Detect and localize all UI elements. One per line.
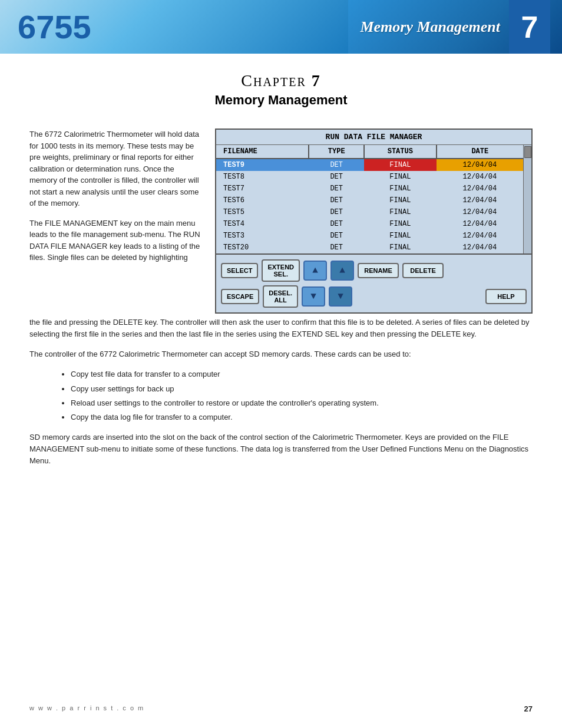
cell-filename: TEST4 [216,218,309,230]
footer-url: w w w . p a r r i n s t . c o m [29,704,144,713]
table-row[interactable]: TEST9DETFINAL12/04/04 [216,159,523,171]
col-status: STATUS [364,145,437,159]
chapter-word: C [241,71,253,90]
cell-type: DET [309,159,364,171]
file-manager-table-area: FILENAME TYPE STATUS DATE TEST9DETFINAL1… [216,145,523,253]
cell-status: FINAL [364,218,437,230]
cell-status: FINAL [364,242,437,253]
cell-date: 12/04/04 [437,159,523,171]
col-date: DATE [437,145,523,159]
cell-type: DET [309,242,364,253]
col-filename: FILENAME [216,145,309,159]
arrow-up-fast-button[interactable]: ▲ [330,261,354,281]
cell-filename: TEST9 [216,159,309,171]
file-manager-panel: RUN DATA FILE MANAGER FILENAME TYPE STAT… [215,129,533,314]
cell-date: 12/04/04 [437,206,523,218]
rename-button[interactable]: RENAME [358,263,399,278]
cell-status: FINAL [364,171,437,183]
footer-page-number: 27 [524,704,533,713]
intro-paragraph-1: The 6772 Calorimetric Thermometer will h… [29,129,200,209]
chapter-subtitle: Memory Management [0,93,562,108]
button-row-2: ESCAPE DESEL.ALL ▼ ▼ HELP [221,285,527,308]
cell-date: 12/04/04 [437,171,523,183]
cell-date: 12/04/04 [437,195,523,206]
cell-type: DET [309,206,364,218]
cell-status: FINAL [364,183,437,195]
header-right-area: Memory Management 7 [348,0,562,54]
cell-filename: TEST20 [216,242,309,253]
file-manager-scrollbar[interactable] [523,145,531,253]
cell-type: DET [309,195,364,206]
cell-date: 12/04/04 [437,230,523,242]
table-row[interactable]: TEST20DETFINAL12/04/04 [216,242,523,253]
main-content-area: The 6772 Calorimetric Thermometer will h… [0,117,562,314]
cell-date: 12/04/04 [437,218,523,230]
cell-filename: TEST3 [216,230,309,242]
table-header-row: FILENAME TYPE STATUS DATE [216,145,523,159]
list-item: Copy the data log file for transfer to a… [71,411,533,423]
cell-filename: TEST8 [216,171,309,183]
chapter-number-badge: 7 [509,0,550,54]
table-row[interactable]: TEST4DETFINAL12/04/04 [216,218,523,230]
intro-text-column: The 6772 Calorimetric Thermometer will h… [29,129,200,314]
header-logo-area: 6755 [0,0,348,54]
table-row[interactable]: TEST6DETFINAL12/04/04 [216,195,523,206]
file-manager-buttons: SELECT EXTENDSEL. ▲ ▲ RENAME DELETE ESCA… [216,253,531,312]
cell-type: DET [309,218,364,230]
chapter-num: 7 [312,71,321,90]
bullet-list: Copy test file data for transfer to a co… [71,368,533,423]
chapter-heading: CHAPTER 7 Memory Management [0,54,562,117]
arrow-down-button[interactable]: ▼ [302,286,325,307]
page-header: 6755 Memory Management 7 [0,0,562,54]
intro-paragraph-2: The FILE MANAGEMENT key on the main menu… [29,218,200,263]
desel-all-button[interactable]: DESEL.ALL [263,285,298,308]
delete-button[interactable]: DELETE [402,263,444,278]
cell-status: FINAL [364,195,437,206]
cell-type: DET [309,171,364,183]
table-row[interactable]: TEST5DETFINAL12/04/04 [216,206,523,218]
chapter-label: CHAPTER 7 [0,71,562,90]
arrow-down-fast-button[interactable]: ▼ [329,286,352,307]
page-footer: w w w . p a r r i n s t . c o m 27 [0,704,562,713]
body-paragraph-3: SD memory cards are inserted into the sl… [29,431,533,467]
body-paragraph-2: The controller of the 6772 Calorimetric … [29,348,533,360]
logo-text: 6755 [18,8,91,46]
cell-filename: TEST6 [216,195,309,206]
table-row[interactable]: TEST3DETFINAL12/04/04 [216,230,523,242]
button-row-1: SELECT EXTENDSEL. ▲ ▲ RENAME DELETE [221,259,527,282]
list-item: Reload user settings to the controller t… [71,397,533,409]
escape-button[interactable]: ESCAPE [221,289,259,304]
help-button[interactable]: HELP [485,289,527,304]
body-paragraph-1: the file and pressing the DELETE key. Th… [29,317,533,340]
scroll-thumb[interactable] [524,146,531,158]
list-item: Copy user settings for back up [71,383,533,395]
chapter-word-rest: HAPTER [253,75,306,88]
extend-sel-button[interactable]: EXTENDSEL. [262,259,300,282]
table-row[interactable]: TEST7DETFINAL12/04/04 [216,183,523,195]
cell-status: FINAL [364,206,437,218]
arrow-up-button[interactable]: ▲ [303,261,327,281]
file-manager-title: RUN DATA FILE MANAGER [216,130,531,145]
cell-type: DET [309,183,364,195]
select-button[interactable]: SELECT [221,263,258,278]
file-manager-table-wrapper: FILENAME TYPE STATUS DATE TEST9DETFINAL1… [216,145,531,253]
file-manager-table: FILENAME TYPE STATUS DATE TEST9DETFINAL1… [216,145,523,253]
cell-date: 12/04/04 [437,183,523,195]
table-row[interactable]: TEST8DETFINAL12/04/04 [216,171,523,183]
col-type: TYPE [309,145,364,159]
list-item: Copy test file data for transfer to a co… [71,368,533,380]
below-content-area: the file and pressing the DELETE key. Th… [0,317,562,467]
cell-filename: TEST5 [216,206,309,218]
cell-type: DET [309,230,364,242]
cell-filename: TEST7 [216,183,309,195]
cell-status: FINAL [364,230,437,242]
cell-status: FINAL [364,159,437,171]
cell-date: 12/04/04 [437,242,523,253]
header-title: Memory Management [360,18,500,36]
